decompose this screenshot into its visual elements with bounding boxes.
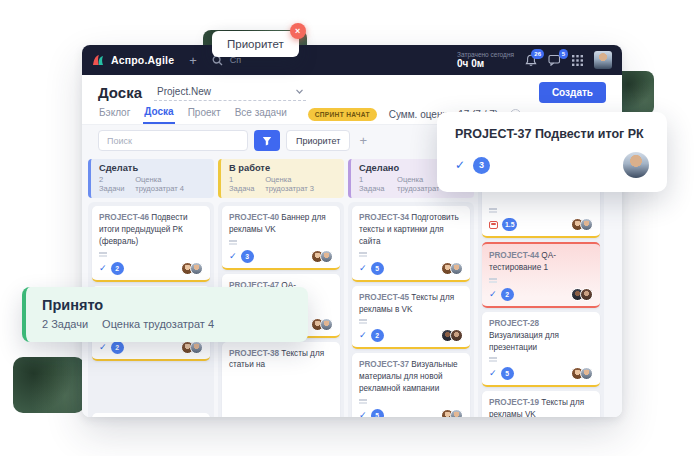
assignee-avatars <box>181 262 203 275</box>
task-code: PROJECT-44 <box>489 251 539 260</box>
priority-tooltip-label: Приоритет <box>227 38 284 50</box>
task-text: PROJECT-37 Визуальные материалы для ново… <box>359 359 463 395</box>
task-card-footer: ✓5 <box>359 262 463 275</box>
check-icon: ✓ <box>489 290 497 299</box>
tab-backlog[interactable]: Бэклог <box>98 105 131 123</box>
description-icon <box>359 319 367 321</box>
check-icon: ✓ <box>489 369 497 378</box>
time-tracker-value: 0ч 0м <box>457 58 514 70</box>
create-button[interactable]: Создать <box>539 82 606 103</box>
avatar <box>580 288 593 301</box>
description-icon <box>489 208 497 210</box>
task-card-footer: ✓5 <box>489 367 593 380</box>
task-card[interactable]: PROJECT-28 Визуализация для презентации✓… <box>482 312 600 388</box>
task-code: PROJECT-38 <box>229 349 279 358</box>
page-title: Доска <box>98 84 142 101</box>
priority-filter-chip[interactable]: Приоритет <box>286 130 350 151</box>
column-task-count: 2 Задачи <box>99 175 128 193</box>
task-code: PROJECT-34 <box>359 213 409 222</box>
task-text: PROJECT-28 Визуализация для презентации <box>489 318 593 354</box>
messages-button[interactable]: 5 <box>548 54 561 66</box>
filter-button[interactable] <box>254 130 280 151</box>
task-code: PROJECT-46 <box>99 213 149 222</box>
messages-badge: 5 <box>559 49 568 59</box>
description-icon <box>229 240 237 242</box>
check-icon: ✓ <box>359 264 367 273</box>
decor-foliage-bottom-left <box>13 357 85 413</box>
assignee-avatars <box>571 367 593 380</box>
add-filter-button[interactable]: + <box>359 133 367 148</box>
task-card[interactable]: PROJECT-45 Тексты для рекламы в VK✓2 <box>352 286 470 350</box>
board-column: Сделано1 ЗадачаОценка трудозатратPROJECT… <box>348 159 474 417</box>
avatar <box>320 318 333 331</box>
column-estimate: Оценка трудозатрат 4 <box>135 175 206 193</box>
app-window: Аспро.Agile + Сп Затрачено сегодня 0ч 0м… <box>82 45 622 417</box>
task-text: PROJECT-38 Тексты для статьи на <box>229 348 333 372</box>
estimate-badge: 3 <box>241 250 254 263</box>
avatar <box>190 262 203 275</box>
avatar <box>580 367 593 380</box>
task-text: PROJECT-40 Баннер для рекламы VK <box>229 212 333 236</box>
task-card-footer: 1.5 <box>489 218 593 231</box>
check-icon: ✓ <box>99 343 107 352</box>
estimate-badge: 2 <box>501 288 514 301</box>
assignee-avatar <box>623 152 649 178</box>
column-meta: 2 ЗадачиОценка трудозатрат 4 <box>99 175 206 193</box>
estimate-badge: 5 <box>371 262 384 275</box>
check-icon: ✓ <box>455 159 465 171</box>
project-select[interactable]: Project.New <box>154 84 306 101</box>
assignee-avatars <box>311 250 333 263</box>
assignee-avatars <box>571 288 593 301</box>
deadline-icon <box>489 221 498 229</box>
accepted-task-count: 2 Задачи <box>42 318 88 330</box>
time-tracker: Затрачено сегодня 0ч 0м <box>457 51 514 70</box>
task-code: PROJECT-37 <box>359 360 409 369</box>
task-callout-badge: 3 <box>473 157 490 174</box>
avatar <box>580 218 593 231</box>
tab-board[interactable]: Доска <box>143 104 174 124</box>
task-card[interactable]: PROJECT-48 Подвести итоги РК✓2 <box>92 413 210 417</box>
column-meta: 1 ЗадачаОценка трудозатрат 3 <box>229 175 336 193</box>
task-card[interactable]: PROJECT-37 Визуальные материалы для ново… <box>352 353 470 417</box>
search-input[interactable] <box>98 130 248 151</box>
task-card[interactable]: PROJECT-34 Подготовить тексты и картинки… <box>352 206 470 282</box>
avatar <box>450 262 463 275</box>
task-card[interactable]: PROJECT-44 QA-тестирование 1✓2 <box>482 242 600 308</box>
task-callout-title: PROJECT-37 Подвести итог РК <box>455 127 649 141</box>
task-code: PROJECT-45 <box>359 293 409 302</box>
decor-foliage-right <box>618 71 654 115</box>
estimate-badge: 1.5 <box>502 218 517 231</box>
task-card[interactable]: PROJECT-38 Тексты для статьи натеории✓3 <box>222 342 340 417</box>
task-code: PROJECT-40 <box>229 213 279 222</box>
check-icon: ✓ <box>359 411 367 417</box>
avatar <box>450 409 463 417</box>
tab-all-tasks[interactable]: Все задачи <box>234 105 288 123</box>
task-code: PROJECT-19 <box>489 398 539 407</box>
notifications-badge: 26 <box>531 49 544 59</box>
project-select-value: Project.New <box>157 86 211 97</box>
notifications-button[interactable]: 26 <box>525 54 537 67</box>
sprint-status-badge: СПРИНТ НАЧАТ <box>308 108 377 121</box>
check-icon: ✓ <box>99 264 107 273</box>
apps-grid-icon[interactable] <box>572 55 583 66</box>
description-icon <box>489 357 497 359</box>
task-card[interactable]: PROJECT-40 Баннер для рекламы VK✓3 <box>222 206 340 270</box>
user-avatar[interactable] <box>594 51 612 69</box>
estimate-badge: 5 <box>371 409 384 417</box>
task-text: PROJECT-19 Тексты для рекламы VK <box>489 397 593 417</box>
task-callout-card[interactable]: PROJECT-37 Подвести итог РК ✓ 3 <box>437 112 667 192</box>
task-card[interactable]: PROJECT-46 Подвести итоги предыдущей РК … <box>92 206 210 282</box>
avatar <box>320 250 333 263</box>
quick-add-button[interactable]: + <box>189 54 197 67</box>
accepted-status-callout: Принято 2 Задачи Оценка трудозатрат 4 <box>22 287 308 342</box>
task-card-footer: ✓2 <box>99 262 203 275</box>
assignee-avatars <box>311 318 333 331</box>
task-text: PROJECT-34 Подготовить тексты и картинки… <box>359 212 463 248</box>
column-estimate: Оценка трудозатрат 3 <box>265 175 336 193</box>
accepted-estimate: Оценка трудозатрат 4 <box>102 318 214 330</box>
tab-project[interactable]: Проект <box>187 105 222 123</box>
close-icon[interactable]: × <box>290 23 306 39</box>
assignee-avatars <box>441 409 463 417</box>
estimate-badge: 2 <box>111 262 124 275</box>
task-card[interactable]: PROJECT-19 Тексты для рекламы VK✓5 <box>482 391 600 417</box>
